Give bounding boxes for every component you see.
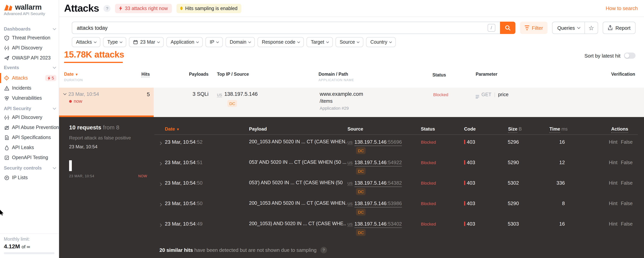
chip-date[interactable]: 23 Mar <box>129 37 164 47</box>
sidebar-item-api-abuse-prevention[interactable]: API Abuse Prevention <box>4 123 56 132</box>
request-row[interactable]: 23 Mar, 10:54:51 053' AND 5020 IN ... CT… <box>59 157 644 177</box>
request-source[interactable]: 138.197.5.146:54922 <box>354 160 402 165</box>
dcol-actions[interactable]: Actions <box>611 126 628 132</box>
filter-icon <box>524 26 529 30</box>
dcol-time[interactable]: Time ms <box>550 126 568 132</box>
request-row[interactable]: 23 Mar, 10:54:50 200_1053 AND 5020 IN ..… <box>59 198 644 218</box>
request-row[interactable]: 23 Mar, 10:54:52 200_1053 AND 5020 IN ..… <box>59 136 644 157</box>
queries-button[interactable]: Queries <box>552 22 585 34</box>
biohazard-icon <box>4 96 9 101</box>
bolt-icon <box>119 6 122 11</box>
chip-ip[interactable]: IP <box>206 37 223 47</box>
dcol-size[interactable]: Size B <box>508 126 522 132</box>
request-date: 23 Mar, 10:54:49 <box>165 221 202 227</box>
false-action[interactable]: False <box>621 140 632 145</box>
chip-type[interactable]: Type <box>103 37 126 47</box>
dcol-payload: Payload <box>249 126 267 132</box>
sidebar-item-api-specifications[interactable]: API Specifications <box>4 133 56 142</box>
attacks-now-badge[interactable]: 33 attacks right now <box>115 4 172 13</box>
wallarm-logo[interactable]: wallarm <box>4 3 42 12</box>
attack-row[interactable]: 23 Mar, 10:54 now 5 3 SQLi US 138.197.5.… <box>59 88 644 117</box>
request-row[interactable]: 23 Mar, 10:54:49 200_1053) AND 5020 IN .… <box>59 218 644 239</box>
nav-section-events[interactable]: Events <box>4 63 56 72</box>
col-date[interactable]: Date ▼ <box>64 72 78 76</box>
sidebar-item-ip-lists[interactable]: IP IP Lists <box>4 173 56 182</box>
slash-shortcut-key: / <box>488 24 495 32</box>
false-action[interactable]: False <box>621 221 632 227</box>
hint-action[interactable]: Hint <box>609 180 617 186</box>
country-label[interactable]: US <box>348 222 352 227</box>
filter-button[interactable]: Filter <box>520 22 548 34</box>
paper-plane-icon <box>4 55 9 61</box>
attack-ip[interactable]: 138.197.5.146 <box>224 91 258 97</box>
chip-target[interactable]: Target <box>306 37 333 47</box>
chip-application[interactable]: Application <box>166 37 203 47</box>
nav-section-security-controls[interactable]: Security controls <box>4 164 56 172</box>
sort-toggle[interactable] <box>624 52 636 59</box>
col-hits[interactable]: Hits <box>127 72 150 76</box>
chip-source[interactable]: Source <box>335 37 363 47</box>
hint-action[interactable]: Hint <box>609 221 617 227</box>
request-source[interactable]: 138.197.5.146:53986 <box>354 200 402 206</box>
country-label[interactable]: US <box>348 161 352 165</box>
checklist-icon <box>4 155 9 160</box>
chip-country[interactable]: Country <box>366 37 396 47</box>
help-icon[interactable]: ? <box>320 247 327 253</box>
attack-path[interactable]: /items <box>320 98 332 104</box>
request-source[interactable]: 138.197.5.146:55696 <box>354 139 402 145</box>
request-status: Blocked <box>421 201 436 206</box>
nav-section-dashboards[interactable]: Dashboards <box>4 25 56 33</box>
request-payload: 200_1053) AND 5020 IN ... CT (CASE WHE..… <box>249 221 346 226</box>
country-label[interactable]: US <box>348 140 352 145</box>
request-payload: 053' AND 5020 IN ... CT (CASE WHEN (50 .… <box>249 160 346 165</box>
country-label[interactable]: US <box>348 202 352 206</box>
method-icon <box>476 95 479 98</box>
col-parameter: Parameter <box>476 72 498 76</box>
chip-attacks[interactable]: Attacks <box>72 37 100 47</box>
sidebar-item-attacks[interactable]: Attacks 5 <box>4 74 56 83</box>
chip-response-code[interactable]: Response code <box>258 37 304 47</box>
hint-action[interactable]: Hint <box>609 140 617 145</box>
attack-domain[interactable]: www.example.com <box>320 91 363 97</box>
datacenter-badge: DC <box>228 100 237 107</box>
search-button[interactable] <box>500 22 515 34</box>
chevron-right-icon <box>159 162 162 166</box>
chip-domain[interactable]: Domain <box>226 37 255 47</box>
search-input[interactable] <box>72 22 500 34</box>
country-label[interactable]: US <box>217 93 222 97</box>
request-payload: 053') AND 5020 IN ... CT (CASE WHEN (50 <box>249 180 346 186</box>
sidebar-item-incidents[interactable]: Incidents <box>4 84 56 93</box>
country-label[interactable]: US <box>348 181 352 186</box>
attack-date[interactable]: 23 Mar, 10:54 <box>64 91 99 97</box>
nav-section-api-security[interactable]: API Security <box>4 104 56 113</box>
attack-hits: 5 <box>127 91 150 97</box>
request-source[interactable]: 138.197.5.146:53402 <box>354 221 402 227</box>
how-to-search-link[interactable]: How to search <box>606 6 638 11</box>
sidebar-item-openapi-testing[interactable]: OpenAPI Testing <box>4 153 56 162</box>
hint-action[interactable]: Hint <box>609 201 617 206</box>
sidebar-item-owasp-api-2023[interactable]: OWASP API 2023 <box>4 53 56 62</box>
request-time: 12 <box>534 160 565 165</box>
sidebar-item-threat-prevention[interactable]: Threat Prevention <box>4 33 56 42</box>
dcol-date[interactable]: Date ▼ <box>165 126 180 132</box>
request-size: 5303 <box>484 221 519 227</box>
wallarm-logo-icon <box>4 4 13 10</box>
hint-action[interactable]: Hint <box>609 160 617 165</box>
sidebar-item-api-leaks[interactable]: API Leaks <box>4 143 56 152</box>
request-time: 8 <box>534 200 565 206</box>
help-icon[interactable]: ? <box>104 5 110 12</box>
request-source[interactable]: 138.197.5.146:54382 <box>354 180 402 186</box>
sidebar-item-api-discovery-2[interactable]: API Discovery <box>4 113 56 122</box>
false-action[interactable]: False <box>621 160 632 165</box>
filter-chips: Attacks Type 23 Mar Application IP Domai… <box>72 37 396 47</box>
sidebar-item-vulnerabilities[interactable]: Vulnerabilities <box>4 94 56 103</box>
request-status: Blocked <box>421 140 436 144</box>
sidebar-item-api-discovery[interactable]: API Discovery <box>4 43 56 52</box>
false-action[interactable]: False <box>621 201 632 206</box>
report-button[interactable]: Report <box>603 22 636 34</box>
col-top-ip: Top IP / Source <box>217 72 249 76</box>
datacenter-badge: DC <box>356 188 366 195</box>
false-action[interactable]: False <box>621 180 632 186</box>
request-row[interactable]: 23 Mar, 10:54:50 053') AND 5020 IN ... C… <box>59 177 644 198</box>
favorite-star-button[interactable]: ☆ <box>585 22 598 34</box>
